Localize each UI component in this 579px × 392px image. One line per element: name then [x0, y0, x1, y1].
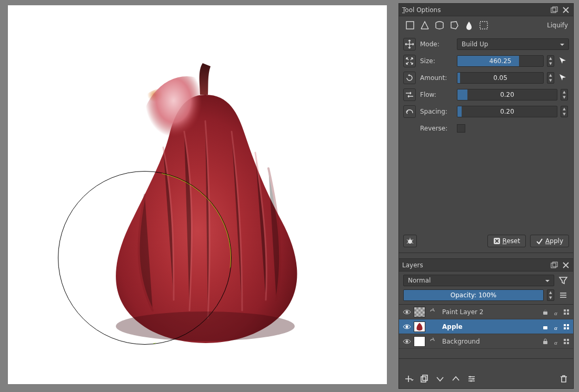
svg-rect-30: [423, 375, 427, 380]
layer-row[interactable]: Paint Layer 2 α: [399, 305, 573, 319]
svg-rect-4: [553, 7, 557, 12]
svg-rect-9: [551, 263, 556, 268]
scale-mode-icon[interactable]: [403, 55, 416, 67]
visibility-icon[interactable]: [402, 323, 412, 331]
lock-icon[interactable]: [542, 324, 549, 330]
add-layer-button[interactable]: [402, 373, 415, 385]
bug-report-button[interactable]: [403, 235, 417, 247]
reverse-label: Reverse:: [420, 125, 454, 132]
transform-warp-icon[interactable]: [434, 19, 445, 31]
inherit-alpha-icon[interactable]: [563, 324, 570, 330]
transform-free-icon[interactable]: [404, 19, 416, 31]
tool-options-header: Tool Options: [399, 4, 573, 16]
layer-name: Background: [439, 338, 540, 345]
svg-point-33: [471, 380, 472, 382]
move-layer-up-button[interactable]: [450, 373, 462, 385]
transform-perspective-icon[interactable]: [419, 19, 431, 31]
float-panel-icon[interactable]: [550, 6, 558, 14]
svg-rect-24: [543, 341, 547, 344]
spacing-label: Spacing:: [420, 108, 454, 115]
layer-edited-icon: [427, 336, 437, 347]
spacing-input[interactable]: 0.20: [457, 106, 557, 117]
svg-rect-20: [567, 324, 569, 326]
transform-mesh-icon[interactable]: [478, 19, 490, 31]
move-layer-down-button[interactable]: [434, 373, 446, 385]
layer-name: Apple: [439, 323, 540, 330]
layer-edited-icon: [427, 307, 437, 317]
amount-value: 0.05: [493, 74, 507, 82]
reverse-checkbox[interactable]: [457, 124, 465, 133]
undo-mode-icon[interactable]: [403, 105, 416, 118]
close-panel-icon[interactable]: [562, 6, 570, 14]
svg-rect-5: [406, 22, 414, 29]
rotate-mode-icon[interactable]: [403, 72, 416, 84]
flow-spinner[interactable]: ▲▼: [561, 89, 568, 100]
svg-rect-15: [564, 313, 566, 315]
layer-thumbnail: [414, 307, 425, 317]
canvas[interactable]: [8, 5, 387, 384]
reset-button[interactable]: Reset: [487, 235, 526, 247]
svg-rect-3: [551, 8, 556, 13]
flow-input[interactable]: 0.20: [457, 89, 557, 100]
mode-select[interactable]: Build Up: [457, 38, 569, 50]
alpha-icon[interactable]: α: [551, 337, 561, 346]
size-input[interactable]: 460.25: [457, 55, 544, 67]
tool-options-title: Tool Options: [402, 6, 547, 14]
layer-thumbnail: [414, 321, 425, 332]
svg-point-17: [406, 325, 408, 328]
duplicate-layer-button[interactable]: [418, 373, 431, 385]
alpha-icon[interactable]: α: [551, 308, 561, 316]
lock-icon[interactable]: [542, 338, 549, 345]
visibility-icon[interactable]: [402, 337, 412, 346]
opacity-spinner[interactable]: ▲▼: [547, 289, 554, 301]
svg-point-7: [408, 239, 412, 244]
size-label: Size:: [420, 57, 454, 65]
mode-value: Build Up: [462, 41, 488, 48]
svg-point-23: [406, 340, 408, 343]
float-panel-icon[interactable]: [550, 261, 558, 269]
visibility-icon[interactable]: [402, 308, 412, 316]
filter-icon[interactable]: [557, 275, 569, 286]
inherit-alpha-icon[interactable]: [563, 309, 570, 315]
layer-edited-icon: [427, 321, 437, 332]
amount-label: Amount:: [420, 74, 454, 82]
amount-input[interactable]: 0.05: [457, 72, 544, 84]
svg-rect-28: [567, 342, 569, 344]
layer-name: Paint Layer 2: [439, 308, 540, 316]
layer-row[interactable]: Apple α: [399, 319, 573, 334]
size-dropper-icon[interactable]: [558, 56, 569, 66]
brush-outline-cursor: [58, 171, 232, 345]
layer-thumbnail: [414, 336, 425, 347]
layers-panel: Layers Normal Opacity: 100% ▲▼ Paint Lay…: [398, 258, 574, 389]
amount-dropper-icon[interactable]: [558, 73, 569, 83]
transform-liquify-icon[interactable]: [463, 19, 475, 31]
size-spinner[interactable]: ▲▼: [547, 55, 554, 67]
svg-rect-10: [553, 262, 557, 267]
svg-rect-12: [543, 311, 547, 315]
size-value: 460.25: [490, 57, 512, 65]
svg-rect-6: [480, 22, 487, 29]
amount-spinner[interactable]: ▲▼: [547, 72, 554, 84]
opacity-slider[interactable]: Opacity: 100%: [403, 289, 544, 301]
delete-layer-button[interactable]: [557, 373, 570, 385]
move-mode-icon[interactable]: [403, 38, 416, 51]
layer-menu-icon[interactable]: [557, 289, 569, 301]
blend-mode-select[interactable]: Normal: [403, 275, 554, 286]
svg-rect-27: [564, 342, 566, 344]
svg-rect-21: [564, 327, 566, 329]
inherit-alpha-icon[interactable]: [563, 338, 570, 345]
svg-rect-14: [567, 309, 569, 311]
spacing-spinner[interactable]: ▲▼: [561, 106, 568, 117]
layers-header: Layers: [399, 259, 573, 272]
apply-button[interactable]: Apply: [530, 235, 569, 247]
layer-row[interactable]: Background α: [399, 334, 573, 349]
offset-mode-icon[interactable]: [403, 88, 416, 101]
close-panel-icon[interactable]: [562, 261, 570, 269]
blend-mode-value: Normal: [408, 277, 431, 284]
spacing-value: 0.20: [500, 108, 514, 115]
alpha-icon[interactable]: α: [551, 323, 561, 331]
layer-properties-button[interactable]: [465, 373, 478, 385]
svg-rect-18: [543, 326, 547, 329]
transform-cage-icon[interactable]: [448, 19, 460, 31]
lock-icon[interactable]: [542, 309, 549, 315]
